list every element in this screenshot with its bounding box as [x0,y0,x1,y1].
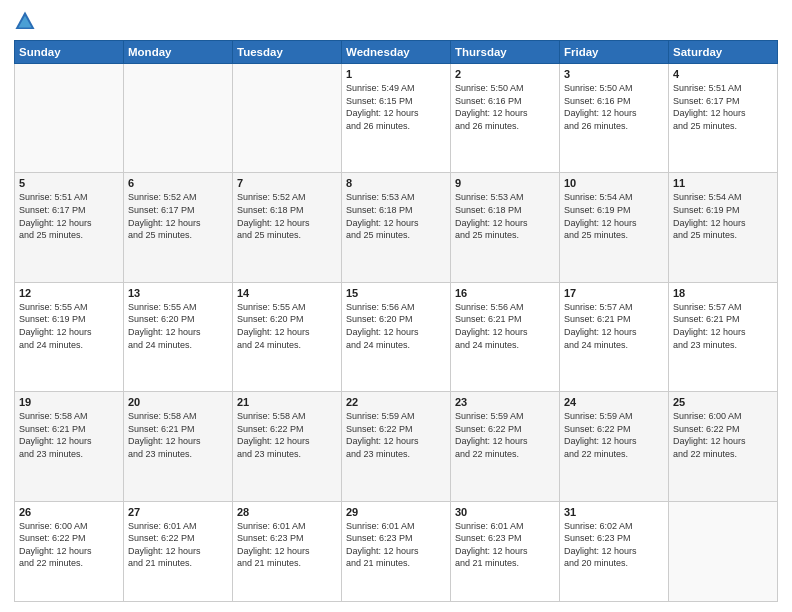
calendar-cell: 25Sunrise: 6:00 AM Sunset: 6:22 PM Dayli… [669,392,778,501]
calendar-week-row: 12Sunrise: 5:55 AM Sunset: 6:19 PM Dayli… [15,282,778,391]
day-info: Sunrise: 5:57 AM Sunset: 6:21 PM Dayligh… [673,301,773,351]
day-info: Sunrise: 5:49 AM Sunset: 6:15 PM Dayligh… [346,82,446,132]
weekday-header-sunday: Sunday [15,41,124,64]
day-info: Sunrise: 5:58 AM Sunset: 6:21 PM Dayligh… [128,410,228,460]
day-info: Sunrise: 6:02 AM Sunset: 6:23 PM Dayligh… [564,520,664,570]
day-number: 28 [237,506,337,518]
day-info: Sunrise: 5:57 AM Sunset: 6:21 PM Dayligh… [564,301,664,351]
day-number: 1 [346,68,446,80]
day-number: 24 [564,396,664,408]
calendar-cell: 15Sunrise: 5:56 AM Sunset: 6:20 PM Dayli… [342,282,451,391]
calendar-cell: 8Sunrise: 5:53 AM Sunset: 6:18 PM Daylig… [342,173,451,282]
day-number: 31 [564,506,664,518]
calendar-cell: 13Sunrise: 5:55 AM Sunset: 6:20 PM Dayli… [124,282,233,391]
weekday-header-friday: Friday [560,41,669,64]
calendar-table: SundayMondayTuesdayWednesdayThursdayFrid… [14,40,778,602]
day-info: Sunrise: 5:59 AM Sunset: 6:22 PM Dayligh… [455,410,555,460]
calendar-cell: 27Sunrise: 6:01 AM Sunset: 6:22 PM Dayli… [124,501,233,601]
day-info: Sunrise: 6:01 AM Sunset: 6:23 PM Dayligh… [455,520,555,570]
calendar-cell: 7Sunrise: 5:52 AM Sunset: 6:18 PM Daylig… [233,173,342,282]
day-number: 23 [455,396,555,408]
day-number: 8 [346,177,446,189]
day-info: Sunrise: 5:54 AM Sunset: 6:19 PM Dayligh… [564,191,664,241]
calendar-cell: 19Sunrise: 5:58 AM Sunset: 6:21 PM Dayli… [15,392,124,501]
day-number: 9 [455,177,555,189]
weekday-header-monday: Monday [124,41,233,64]
header [14,10,778,32]
calendar-cell: 23Sunrise: 5:59 AM Sunset: 6:22 PM Dayli… [451,392,560,501]
day-number: 3 [564,68,664,80]
day-info: Sunrise: 5:55 AM Sunset: 6:19 PM Dayligh… [19,301,119,351]
day-number: 11 [673,177,773,189]
day-number: 10 [564,177,664,189]
day-info: Sunrise: 5:53 AM Sunset: 6:18 PM Dayligh… [455,191,555,241]
calendar-cell: 1Sunrise: 5:49 AM Sunset: 6:15 PM Daylig… [342,64,451,173]
day-number: 27 [128,506,228,518]
day-number: 12 [19,287,119,299]
calendar-week-row: 19Sunrise: 5:58 AM Sunset: 6:21 PM Dayli… [15,392,778,501]
calendar-cell: 29Sunrise: 6:01 AM Sunset: 6:23 PM Dayli… [342,501,451,601]
day-number: 2 [455,68,555,80]
day-info: Sunrise: 6:00 AM Sunset: 6:22 PM Dayligh… [19,520,119,570]
day-info: Sunrise: 5:50 AM Sunset: 6:16 PM Dayligh… [564,82,664,132]
calendar-cell: 2Sunrise: 5:50 AM Sunset: 6:16 PM Daylig… [451,64,560,173]
calendar-cell [233,64,342,173]
day-number: 21 [237,396,337,408]
calendar-cell: 4Sunrise: 5:51 AM Sunset: 6:17 PM Daylig… [669,64,778,173]
day-info: Sunrise: 6:01 AM Sunset: 6:23 PM Dayligh… [237,520,337,570]
calendar-cell: 28Sunrise: 6:01 AM Sunset: 6:23 PM Dayli… [233,501,342,601]
calendar-cell [669,501,778,601]
page: SundayMondayTuesdayWednesdayThursdayFrid… [0,0,792,612]
calendar-cell: 10Sunrise: 5:54 AM Sunset: 6:19 PM Dayli… [560,173,669,282]
day-info: Sunrise: 5:52 AM Sunset: 6:17 PM Dayligh… [128,191,228,241]
calendar-cell: 5Sunrise: 5:51 AM Sunset: 6:17 PM Daylig… [15,173,124,282]
calendar-cell [15,64,124,173]
day-info: Sunrise: 6:01 AM Sunset: 6:23 PM Dayligh… [346,520,446,570]
day-number: 5 [19,177,119,189]
day-info: Sunrise: 5:55 AM Sunset: 6:20 PM Dayligh… [128,301,228,351]
calendar-cell: 22Sunrise: 5:59 AM Sunset: 6:22 PM Dayli… [342,392,451,501]
calendar-cell: 6Sunrise: 5:52 AM Sunset: 6:17 PM Daylig… [124,173,233,282]
day-info: Sunrise: 5:56 AM Sunset: 6:20 PM Dayligh… [346,301,446,351]
day-number: 22 [346,396,446,408]
day-info: Sunrise: 5:53 AM Sunset: 6:18 PM Dayligh… [346,191,446,241]
calendar-cell: 21Sunrise: 5:58 AM Sunset: 6:22 PM Dayli… [233,392,342,501]
day-number: 4 [673,68,773,80]
calendar-cell [124,64,233,173]
day-info: Sunrise: 5:59 AM Sunset: 6:22 PM Dayligh… [346,410,446,460]
day-number: 26 [19,506,119,518]
logo [14,10,40,32]
calendar-week-row: 5Sunrise: 5:51 AM Sunset: 6:17 PM Daylig… [15,173,778,282]
calendar-cell: 12Sunrise: 5:55 AM Sunset: 6:19 PM Dayli… [15,282,124,391]
calendar-cell: 14Sunrise: 5:55 AM Sunset: 6:20 PM Dayli… [233,282,342,391]
calendar-cell: 11Sunrise: 5:54 AM Sunset: 6:19 PM Dayli… [669,173,778,282]
day-info: Sunrise: 5:51 AM Sunset: 6:17 PM Dayligh… [673,82,773,132]
day-info: Sunrise: 5:54 AM Sunset: 6:19 PM Dayligh… [673,191,773,241]
day-number: 16 [455,287,555,299]
calendar-cell: 24Sunrise: 5:59 AM Sunset: 6:22 PM Dayli… [560,392,669,501]
weekday-header-tuesday: Tuesday [233,41,342,64]
day-info: Sunrise: 5:55 AM Sunset: 6:20 PM Dayligh… [237,301,337,351]
day-number: 29 [346,506,446,518]
calendar-week-row: 26Sunrise: 6:00 AM Sunset: 6:22 PM Dayli… [15,501,778,601]
day-number: 18 [673,287,773,299]
calendar-cell: 16Sunrise: 5:56 AM Sunset: 6:21 PM Dayli… [451,282,560,391]
day-info: Sunrise: 5:58 AM Sunset: 6:22 PM Dayligh… [237,410,337,460]
calendar-cell: 18Sunrise: 5:57 AM Sunset: 6:21 PM Dayli… [669,282,778,391]
day-number: 30 [455,506,555,518]
weekday-header-row: SundayMondayTuesdayWednesdayThursdayFrid… [15,41,778,64]
day-number: 7 [237,177,337,189]
day-number: 6 [128,177,228,189]
weekday-header-wednesday: Wednesday [342,41,451,64]
day-number: 19 [19,396,119,408]
day-info: Sunrise: 5:50 AM Sunset: 6:16 PM Dayligh… [455,82,555,132]
calendar-week-row: 1Sunrise: 5:49 AM Sunset: 6:15 PM Daylig… [15,64,778,173]
day-number: 17 [564,287,664,299]
calendar-cell: 31Sunrise: 6:02 AM Sunset: 6:23 PM Dayli… [560,501,669,601]
calendar-cell: 17Sunrise: 5:57 AM Sunset: 6:21 PM Dayli… [560,282,669,391]
calendar-cell: 26Sunrise: 6:00 AM Sunset: 6:22 PM Dayli… [15,501,124,601]
calendar-cell: 30Sunrise: 6:01 AM Sunset: 6:23 PM Dayli… [451,501,560,601]
day-number: 14 [237,287,337,299]
day-number: 20 [128,396,228,408]
weekday-header-thursday: Thursday [451,41,560,64]
